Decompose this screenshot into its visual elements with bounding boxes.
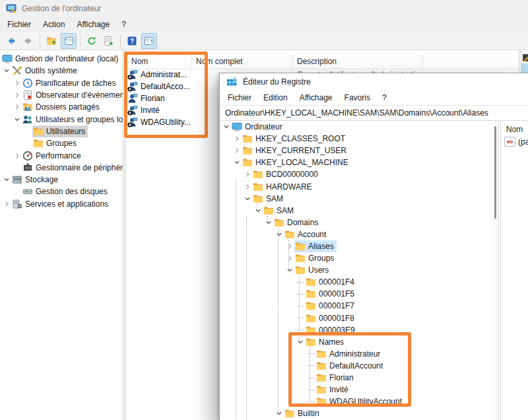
chevron-right-icon[interactable] [243, 171, 252, 178]
cm-menu-action[interactable]: Action [37, 18, 71, 30]
cm-tree-item-gestion-des-disques[interactable]: Gestion des disques [0, 186, 123, 197]
reg-tree-item-domains[interactable]: Domains [220, 217, 497, 228]
chevron-down-icon[interactable] [253, 207, 263, 214]
reg-tree-item-groups[interactable]: Groups [220, 252, 497, 264]
chevron-down-icon[interactable] [275, 410, 284, 417]
regedit-menu-affichage[interactable]: Affichage [294, 92, 339, 104]
reg-tree-item-names[interactable]: Names [220, 336, 497, 348]
tree-item-label: Florian [329, 373, 354, 382]
chevron-right-icon[interactable] [232, 147, 242, 154]
show-console-tree-button[interactable] [61, 33, 77, 49]
chevron-down-icon[interactable] [2, 67, 11, 74]
cm-tree-item-stockage[interactable]: Stockage [0, 174, 123, 186]
chevron-right-icon[interactable] [13, 153, 22, 159]
regedit-menu-favoris[interactable]: Favoris [339, 92, 376, 104]
cm-titlebar[interactable]: Gestion de l'ordinateur [0, 0, 528, 17]
reg-tree-item-000001f7[interactable]: 000001F7 [220, 300, 497, 312]
registry-value-row[interactable]: ab (par défaut) [501, 137, 528, 147]
regedit-menu-help[interactable]: ? [376, 92, 393, 104]
reg-tree-item-administrateur[interactable]: Administrateur [220, 348, 497, 360]
user-name: DefaultAcco... [141, 82, 190, 91]
reg-tree-item-users[interactable]: Users [220, 264, 497, 276]
reg-tree-item-000003e9[interactable]: 000003E9 [220, 324, 497, 336]
show-action-pane-button[interactable] [141, 33, 157, 49]
tree-item-label: HKEY_LOCAL_MACHINE [255, 158, 348, 167]
cm-menu-affichage[interactable]: Affichage [71, 18, 116, 30]
reg-tree-item-aliases[interactable]: Aliases [220, 240, 497, 252]
chevron-right-icon[interactable] [232, 135, 242, 142]
column-header-nom[interactable]: Nom [131, 57, 148, 66]
reg-tree-item-ordinateur[interactable]: Ordinateur [220, 121, 497, 133]
chevron-down-icon[interactable] [243, 195, 252, 202]
cm-tree-item-performance[interactable]: Performance [0, 149, 123, 161]
column-header-description[interactable]: Description [297, 57, 337, 66]
chevron-down-icon[interactable] [264, 219, 273, 226]
cm-menu-fichier[interactable]: Fichier [1, 18, 37, 30]
regedit-menu-edition[interactable]: Edition [257, 92, 294, 104]
chevron-down-icon[interactable] [13, 116, 22, 123]
tree-item-label: HKEY_CLASSES_ROOT [255, 134, 345, 143]
cm-tree-item-gestionnaire-de-p-riph-riques[interactable]: Gestionnaire de périphériques [0, 162, 123, 174]
reg-tree-item-defaultaccount[interactable]: DefaultAccount [220, 360, 497, 372]
up-level-button[interactable] [44, 33, 59, 49]
folder-icon [306, 313, 316, 324]
chevron-right-icon[interactable] [13, 104, 22, 110]
chevron-down-icon[interactable] [222, 123, 231, 130]
reg-tree-item-florian[interactable]: Florian [220, 372, 497, 384]
registry-address-bar[interactable]: Ordinateur\HKEY_LOCAL_MACHINE\SAM\SAM\Do… [220, 105, 528, 121]
export-list-button[interactable] [101, 33, 117, 49]
help-button[interactable]: ? [124, 33, 140, 49]
refresh-button[interactable] [84, 33, 100, 49]
chevron-right-icon[interactable] [285, 243, 294, 250]
device-manager-icon [22, 162, 33, 173]
reg-tree-item-000001f5[interactable]: 000001F5 [220, 288, 497, 300]
regedit-titlebar[interactable]: Éditeur du Registre [220, 73, 528, 90]
reg-tree-item-sam[interactable]: SAM [220, 205, 497, 217]
cm-tree-item-dossiers-partag-s[interactable]: Dossiers partagés [0, 101, 123, 113]
reg-tree-item-000001f4[interactable]: 000001F4 [220, 276, 497, 288]
column-divider[interactable] [191, 55, 192, 69]
chevron-right-icon[interactable] [243, 184, 252, 190]
chevron-down-icon[interactable] [232, 159, 242, 166]
chevron-right-icon[interactable] [285, 255, 294, 262]
reg-tree-item-hardware[interactable]: HARDWARE [220, 180, 497, 192]
reg-tree-item-hkey-current-user[interactable]: HKEY_CURRENT_USER [220, 145, 497, 157]
chevron-right-icon[interactable] [13, 92, 22, 98]
tree-item-label: 000001F8 [319, 314, 354, 323]
cm-tree-item-services-et-applications[interactable]: Services et applications [0, 198, 123, 210]
chevron-right-icon[interactable] [13, 80, 22, 87]
cm-tree-item-utilisateurs-et-groupes-locaux[interactable]: Utilisateurs et groupes locaux [0, 113, 123, 125]
chevron-down-icon[interactable] [2, 176, 11, 183]
reg-tree-item-hkey-local-machine[interactable]: HKEY_LOCAL_MACHINE [220, 157, 497, 168]
column-header-nom-complet[interactable]: Nom complet [196, 57, 243, 66]
tree-connector [296, 306, 305, 306]
chevron-down-icon[interactable] [296, 339, 305, 345]
cm-tree-item-gestion-de-l-ordinateur-local-[interactable]: Gestion de l'ordinateur (local) [0, 53, 123, 65]
reg-tree-item-sam[interactable]: SAM [220, 193, 497, 205]
reg-tree-item-bcd00000000[interactable]: BCD00000000 [220, 168, 497, 180]
cm-tree-item-observateur-d-v-nements[interactable]: Observateur d'événements [0, 89, 123, 101]
chevron-down-icon[interactable] [275, 231, 284, 238]
cm-menu-help[interactable]: ? [116, 18, 132, 30]
reg-tree-item-account[interactable]: Account [220, 228, 497, 240]
back-button[interactable] [3, 33, 19, 49]
reg-tree-item-hkey-classes-root[interactable]: HKEY_CLASSES_ROOT [220, 133, 497, 145]
cm-tree-item-outils-syst-me[interactable]: Outils système [0, 65, 123, 77]
column-divider[interactable] [422, 55, 423, 69]
reg-tree-item-builtin[interactable]: Builtin [220, 407, 497, 419]
chevron-down-icon[interactable] [285, 267, 294, 273]
column-divider[interactable] [292, 55, 293, 69]
forward-button[interactable] [20, 33, 36, 49]
reg-tree-item-invit-[interactable]: Invité [220, 384, 497, 396]
regedit-menu-fichier[interactable]: Fichier [222, 92, 257, 104]
chevron-right-icon[interactable] [2, 201, 11, 207]
user-disabled-icon [127, 81, 138, 92]
reg-tree-item-wdagutilityaccount[interactable]: WDAGUtilityAccount [220, 396, 497, 407]
cm-tree-item-groupes[interactable]: Groupes [0, 137, 123, 149]
tree-item-label: Planificateur de tâches [36, 79, 116, 88]
reg-tree-item-000001f8[interactable]: 000001F8 [220, 312, 497, 324]
values-column-header-nom[interactable]: Nom [506, 125, 523, 134]
cm-tree-item-planificateur-de-t-ches[interactable]: Planificateur de tâches [0, 77, 123, 89]
refresh-icon [86, 36, 97, 46]
cm-tree-item-utilisateurs[interactable]: Utilisateurs [0, 125, 123, 137]
